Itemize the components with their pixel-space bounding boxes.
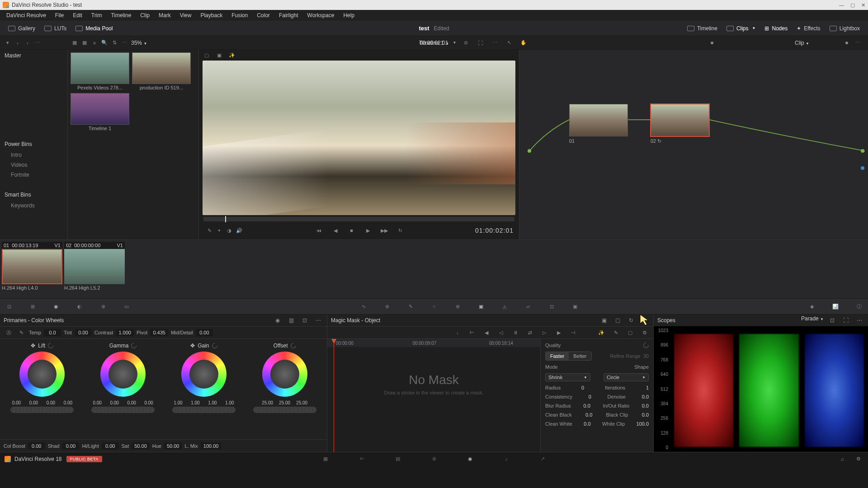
- bin-master[interactable]: Master: [0, 50, 67, 61]
- reset-icon[interactable]: [211, 342, 218, 350]
- mask-pause-icon[interactable]: ⏸: [510, 328, 520, 338]
- mask-wand-icon[interactable]: ✨: [596, 328, 606, 338]
- nodes-button[interactable]: ⊞Nodes: [760, 23, 792, 33]
- viewer-mode1-icon[interactable]: ▢: [202, 50, 212, 60]
- menu-fusion[interactable]: Fusion: [227, 10, 252, 20]
- viewer-canvas[interactable]: [203, 61, 515, 215]
- reset-icon[interactable]: [289, 342, 297, 350]
- motion-effects-icon[interactable]: ▭: [121, 302, 132, 311]
- output-node-dot[interactable]: [861, 149, 864, 153]
- hdr-icon[interactable]: ◐: [74, 302, 85, 311]
- timeline-button[interactable]: Timeline: [683, 23, 722, 33]
- playhead[interactable]: [225, 216, 226, 222]
- magic-wand-icon[interactable]: ✨: [227, 50, 237, 60]
- thumb-view-icon[interactable]: ▦: [70, 38, 80, 48]
- mask-ruler[interactable]: 00:00:00 00:00:09:07 00:00:18:14: [327, 339, 540, 347]
- deliver-page-icon[interactable]: ↗: [538, 455, 547, 464]
- mode-select[interactable]: Shrink▼: [545, 373, 590, 381]
- lightbox-button[interactable]: Lightbox: [825, 23, 864, 33]
- maximize-icon[interactable]: ▢: [850, 2, 855, 8]
- menu-playback[interactable]: Playback: [196, 10, 227, 20]
- first-frame-icon[interactable]: ⏮: [314, 225, 324, 235]
- shape-select[interactable]: Circle▼: [604, 373, 649, 381]
- radius-value[interactable]: 0: [581, 385, 584, 390]
- pointer-icon[interactable]: ↖: [504, 38, 514, 48]
- auto-icon[interactable]: Ⓐ: [4, 328, 14, 338]
- mask-playhead[interactable]: [334, 339, 334, 452]
- settings-icon[interactable]: ⚙: [854, 454, 863, 464]
- rgb-mixer-icon[interactable]: ⊕: [98, 302, 108, 311]
- hue-value[interactable]: 50.00: [164, 442, 182, 450]
- mask-overlay-icon[interactable]: ▢: [613, 315, 623, 325]
- viewer-timecode-top[interactable]: 00:00:02:01: [420, 40, 448, 46]
- media-clip[interactable]: production ID 519...: [132, 52, 191, 90]
- bin-view-icon[interactable]: ▾: [3, 38, 13, 48]
- home-icon[interactable]: ⌂: [837, 454, 847, 464]
- gamma-wheel[interactable]: [100, 352, 146, 397]
- inout-value[interactable]: 0.0: [642, 403, 649, 408]
- wheels-mode1-icon[interactable]: ◉: [273, 315, 283, 325]
- media-page-icon[interactable]: ▦: [321, 455, 330, 464]
- lift-wheel[interactable]: [19, 352, 65, 397]
- gamma-jog[interactable]: [91, 407, 155, 413]
- timeline-clip[interactable]: 0100:00:13:19V1 H.264 High L4.0: [2, 242, 62, 296]
- alpha-node-dot[interactable]: [861, 166, 864, 170]
- effects-button[interactable]: ✦Effects: [792, 23, 825, 33]
- colboost-value[interactable]: 0.00: [28, 442, 45, 450]
- menu-color[interactable]: Color: [252, 10, 274, 20]
- node-mode-selector[interactable]: Clip ▼: [795, 40, 809, 46]
- ellipsis-icon[interactable]: ⋯: [33, 38, 42, 48]
- menu-fairlight[interactable]: Fairlight: [274, 10, 303, 20]
- offset-values[interactable]: 25.0025.0025.00: [259, 400, 310, 405]
- scopes-icon[interactable]: 📊: [830, 302, 841, 311]
- qualifier-icon[interactable]: ✎: [405, 302, 416, 311]
- gamma-values[interactable]: 0.000.000.000.00: [89, 400, 157, 405]
- menu-timeline[interactable]: Timeline: [106, 10, 136, 20]
- sizing-icon[interactable]: ⊡: [546, 302, 557, 311]
- keyframe-icon[interactable]: ◆: [807, 302, 817, 311]
- mask-range-icon[interactable]: ⊢: [467, 328, 477, 338]
- expand-icon[interactable]: ⛶: [475, 38, 485, 48]
- camera-raw-icon[interactable]: ⊡: [4, 302, 14, 311]
- nav-fwd-icon[interactable]: ›: [23, 38, 33, 48]
- bin-power-header[interactable]: Power Bins: [0, 138, 67, 150]
- picker-icon[interactable]: ✎: [16, 328, 26, 338]
- gain-values[interactable]: 1.001.001.001.00: [170, 400, 238, 405]
- bin-keywords[interactable]: Keywords: [0, 201, 67, 211]
- faster-button[interactable]: Faster: [546, 352, 569, 360]
- wclip-value[interactable]: 100.0: [636, 421, 649, 427]
- menu-mark[interactable]: Mark: [154, 10, 175, 20]
- blur-value[interactable]: 0.0: [583, 403, 590, 408]
- scopes-settings-icon[interactable]: ⊡: [827, 315, 837, 325]
- bin-fortnite[interactable]: Fortnite: [0, 170, 67, 180]
- unmix-icon[interactable]: ◑: [224, 225, 234, 235]
- prev-frame-icon[interactable]: ◀: [330, 225, 340, 235]
- ellipsis-viewer-icon[interactable]: ⋯: [490, 38, 500, 48]
- menu-edit[interactable]: Edit: [68, 10, 87, 20]
- mask-next-icon[interactable]: ▶: [554, 328, 564, 338]
- nav-back-icon[interactable]: ‹: [13, 38, 23, 48]
- play-icon[interactable]: ▶: [363, 225, 373, 235]
- node-01[interactable]: 01: [569, 104, 628, 144]
- ellipsis-icon[interactable]: ⋯: [313, 315, 323, 325]
- node-ellipsis-icon[interactable]: ⋯: [853, 38, 863, 48]
- cblack-value[interactable]: 0.0: [585, 412, 592, 418]
- scopes-expand-icon[interactable]: ⛶: [841, 315, 851, 325]
- pivot-value[interactable]: 0.435: [150, 329, 168, 336]
- hilight-value[interactable]: 0.00: [102, 442, 119, 450]
- cwhite-value[interactable]: 0.0: [584, 421, 590, 427]
- menu-trim[interactable]: Trim: [87, 10, 107, 20]
- fusion-page-icon[interactable]: ⊛: [429, 455, 439, 464]
- hand-icon[interactable]: ✋: [519, 38, 528, 48]
- sort-icon[interactable]: ⇅: [109, 38, 119, 48]
- color-wheels-icon[interactable]: ◉: [51, 302, 61, 311]
- grid-view-icon[interactable]: ▦: [80, 38, 90, 48]
- luts-button[interactable]: LUTs: [40, 23, 71, 33]
- viewer-mode2-icon[interactable]: ▣: [214, 50, 224, 60]
- middetail-value[interactable]: 0.00: [196, 329, 213, 336]
- next-frame-icon[interactable]: ▶▶: [379, 225, 389, 235]
- tracker-icon[interactable]: ⊕: [452, 302, 463, 311]
- 3d-icon[interactable]: ▣: [570, 302, 580, 311]
- offset-wheel[interactable]: [262, 352, 307, 397]
- magic-mask-icon[interactable]: ▣: [476, 302, 486, 311]
